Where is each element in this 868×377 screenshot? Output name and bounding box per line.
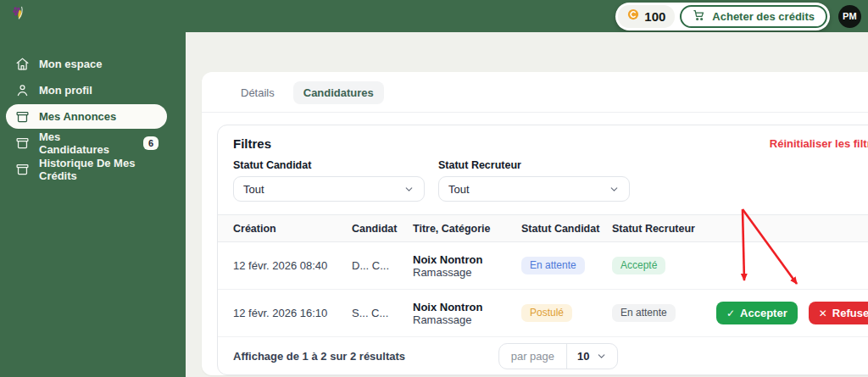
archive-icon <box>15 162 30 176</box>
filter-label: Statut Candidat <box>233 159 425 171</box>
column-header: Statut Recruteur <box>612 223 716 235</box>
chevron-down-icon <box>609 184 620 195</box>
table-row: 12 févr. 2026 08:40 D... C... Noix Nontr… <box>218 242 868 290</box>
buy-credits-label: Acheter des crédits <box>712 10 815 23</box>
candidatures-panel: Filtres Réinitialiser les filtres Statut… <box>217 125 868 375</box>
sidebar-item-label: Mes Candidatures <box>39 130 134 156</box>
user-icon <box>15 83 30 97</box>
pagination: Affichage de 1 à 2 sur 2 résultats par p… <box>218 337 868 374</box>
results-summary: Affichage de 1 à 2 sur 2 résultats <box>233 350 405 363</box>
cell-titre-categorie: Noix Nontron Ramassage <box>413 253 521 279</box>
credits-panel: 100 Acheter des crédits <box>615 3 830 30</box>
sidebar-item-label: Historique De Mes Crédits <box>39 157 159 182</box>
filter-label: Statut Recruteur <box>438 159 630 171</box>
brand-logo[interactable] <box>10 5 28 28</box>
home-icon <box>15 57 30 71</box>
cell-creation: 12 févr. 2026 16:10 <box>233 307 352 319</box>
tab-details[interactable]: Détails <box>231 81 285 104</box>
sidebar-item-label: Mon profil <box>39 84 92 97</box>
cell-candidat: S... C... <box>352 307 413 319</box>
column-header: Création <box>233 223 352 235</box>
per-page-value: 10 <box>577 350 589 363</box>
status-badge: Postulé <box>521 304 572 322</box>
sidebar-item-mon-espace[interactable]: Mon espace <box>6 52 167 76</box>
cell-titre-categorie: Noix Nontron Ramassage <box>413 301 521 326</box>
sidebar-item-mon-profil[interactable]: Mon profil <box>6 78 167 103</box>
sidebar-item-mes-candidatures[interactable]: Mes Candidatures 6 <box>6 130 167 155</box>
table-row: 12 févr. 2026 16:10 S... C... Noix Nontr… <box>218 290 868 337</box>
topbar: 100 Acheter des crédits PM <box>0 0 868 32</box>
sidebar-item-label: Mes Annonces <box>39 110 116 123</box>
archive-icon <box>15 136 30 150</box>
sidebar-item-historique-credits[interactable]: Historique De Mes Crédits <box>6 157 167 181</box>
coin-icon <box>627 8 639 24</box>
row-actions: ✓ Accepter ✕ Refuser <box>716 302 868 324</box>
x-icon: ✕ <box>819 308 827 319</box>
reset-filters-link[interactable]: Réinitialiser les filtres <box>770 137 868 150</box>
sidebar-item-label: Mon espace <box>39 58 102 70</box>
refuse-button[interactable]: ✕ Refuser <box>809 302 868 324</box>
column-header: Statut Candidat <box>521 223 612 235</box>
archive-icon <box>15 109 30 124</box>
avatar[interactable]: PM <box>838 5 861 28</box>
statut-candidat-select[interactable]: Tout <box>233 176 425 202</box>
select-value: Tout <box>448 183 470 196</box>
status-badge: En attente <box>521 257 585 274</box>
per-page-label: par page <box>499 344 566 369</box>
buy-credits-button[interactable]: Acheter des crédits <box>680 5 827 28</box>
count-badge: 6 <box>143 136 159 150</box>
tab-candidatures[interactable]: Candidatures <box>293 81 384 104</box>
column-header: Titre, Catégorie <box>413 223 521 235</box>
credits-balance: 100 <box>618 5 675 28</box>
filter-statut-recruteur: Statut Recruteur Tout <box>438 159 630 202</box>
main-content: Détails Candidatures Filtres Réinitialis… <box>186 32 868 377</box>
status-badge: En attente <box>612 304 676 322</box>
refuse-label: Refuser <box>832 307 868 319</box>
status-badge: Accepté <box>612 257 665 274</box>
column-header: Candidat <box>352 223 413 235</box>
cell-creation: 12 févr. 2026 08:40 <box>233 259 352 272</box>
grape-logo-icon <box>10 5 28 25</box>
sidebar: Mon espace Mon profil Mes Annonces <box>0 32 186 377</box>
filter-statut-candidat: Statut Candidat Tout <box>233 159 425 202</box>
table-header: Création Candidat Titre, Catégorie Statu… <box>218 214 868 242</box>
cart-icon <box>693 8 705 24</box>
select-value: Tout <box>243 183 264 196</box>
check-icon: ✓ <box>726 308 735 319</box>
filters-title: Filtres <box>233 136 271 151</box>
statut-recruteur-select[interactable]: Tout <box>438 176 630 202</box>
content-card: Détails Candidatures Filtres Réinitialis… <box>202 72 868 375</box>
sidebar-item-mes-annonces[interactable]: Mes Annonces <box>6 104 167 129</box>
tabs: Détails Candidatures <box>202 72 868 113</box>
per-page-select[interactable]: par page 10 <box>498 343 619 369</box>
chevron-down-icon <box>596 351 607 362</box>
accept-button[interactable]: ✓ Accepter <box>716 302 798 324</box>
chevron-down-icon <box>403 184 415 195</box>
credits-value: 100 <box>644 9 665 24</box>
accept-label: Accepter <box>740 307 787 319</box>
cell-candidat: D... C... <box>352 259 413 272</box>
filters-section: Filtres Réinitialiser les filtres Statut… <box>218 125 868 214</box>
